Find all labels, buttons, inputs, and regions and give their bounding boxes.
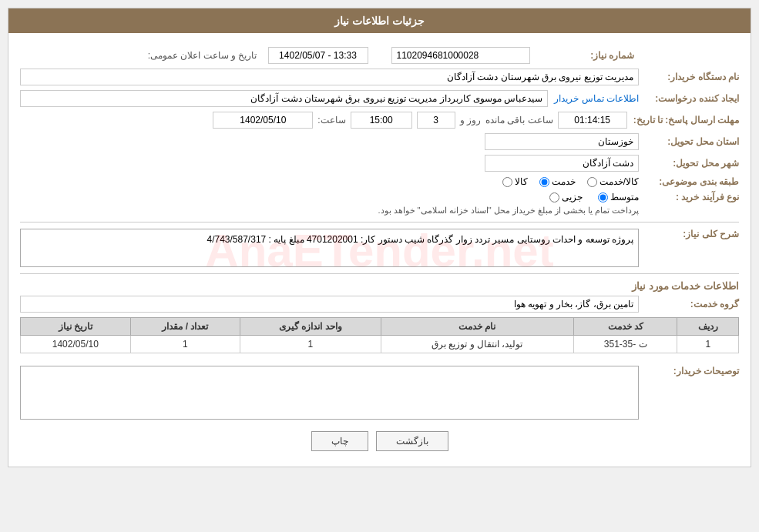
- category-radio-group: کالا/خدمت خدمت کالا: [502, 176, 639, 187]
- col-row: ردیف: [677, 318, 739, 336]
- city-value: دشت آزادگان: [485, 155, 639, 172]
- purchase-type-label-partial: جزیی: [562, 192, 583, 202]
- remaining-label: ساعت باقی مانده: [485, 115, 553, 125]
- category-option-service[interactable]: خدمت: [539, 176, 576, 187]
- need-number-label: شماره نیاز:: [535, 50, 635, 61]
- contact-link[interactable]: اطلاعات تماس خریدار: [554, 93, 639, 104]
- purchase-note: پرداخت تمام یا بخشی از مبلغ خریداز محل "…: [20, 206, 639, 216]
- buyer-desc-value: [20, 366, 639, 420]
- cell-row: 1: [677, 336, 739, 353]
- services-table: ردیف کد خدمت نام خدمت واحد اندازه گیری ت…: [20, 317, 739, 353]
- purchase-type-radio-medium[interactable]: [598, 192, 608, 202]
- buttons-row: بازگشت چاپ: [20, 431, 739, 451]
- creator-label: ایجاد کننده درخواست:: [639, 93, 739, 104]
- need-number-value: 1102094681000028: [391, 47, 530, 64]
- services-section-title: اطلاعات خدمات مورد نیاز: [20, 280, 739, 292]
- table-row: 1ت -35-351تولید، انتقال و توزیع برق11140…: [21, 336, 739, 353]
- purchase-type-option-medium[interactable]: متوسط: [598, 192, 639, 202]
- category-option-goods-service[interactable]: کالا/خدمت: [587, 176, 639, 187]
- purchase-type-option-partial[interactable]: جزیی: [549, 192, 583, 202]
- cell-name: تولید، انتقال و توزیع برق: [381, 336, 573, 353]
- cell-quantity: 1: [130, 336, 240, 353]
- general-desc-label: شرح کلی نیاز:: [639, 229, 739, 239]
- purchase-type-label-medium: متوسط: [610, 192, 639, 202]
- back-button[interactable]: بازگشت: [376, 431, 448, 451]
- col-code: کد خدمت: [573, 318, 677, 336]
- category-radio-goods-service[interactable]: [587, 177, 597, 187]
- category-option-goods[interactable]: کالا: [502, 176, 528, 187]
- category-label-goods: کالا: [515, 176, 528, 187]
- service-group-value: تامین برق، گاز، بخار و تهویه هوا: [20, 296, 639, 313]
- cell-unit: 1: [240, 336, 381, 353]
- response-time-value: 15:00: [351, 112, 412, 129]
- cell-date: 1402/05/10: [21, 336, 131, 353]
- response-days-value: 3: [417, 112, 455, 129]
- province-label: استان محل تحویل:: [639, 136, 739, 147]
- purchase-type-label: نوع فرآیند خرید :: [639, 192, 739, 202]
- response-time-label: ساعت:: [317, 115, 345, 125]
- cell-code: ت -35-351: [573, 336, 677, 353]
- col-quantity: تعداد / مقدار: [130, 318, 240, 336]
- purchase-type-radio-partial[interactable]: [549, 192, 559, 202]
- category-label-service: خدمت: [552, 176, 576, 187]
- creator-value: سیدعباس موسوی کاربرداز مدیریت توزیع نیرو…: [20, 90, 548, 107]
- remaining-value: 01:14:15: [558, 112, 627, 129]
- print-button[interactable]: چاپ: [311, 431, 368, 451]
- category-label: طبقه بندی موضوعی:: [639, 176, 739, 187]
- response-days-label: روز و: [460, 115, 481, 125]
- buyer-desc-label: توصیحات خریدار:: [639, 363, 739, 376]
- announce-date-label: تاریخ و ساعت اعلان عمومی:: [148, 50, 257, 61]
- col-name: نام خدمت: [381, 318, 573, 336]
- province-value: خوزستان: [485, 133, 639, 150]
- general-desc-value: پروژه توسعه و احدات روستایی مسیر تردد زو…: [20, 229, 639, 267]
- response-date-value: 1402/05/10: [213, 112, 313, 129]
- response-deadline-label: مهلت ارسال پاسخ: تا تاریخ:: [627, 115, 739, 125]
- col-date: تاریخ نیاز: [21, 318, 131, 336]
- page-title: جزئیات اطلاعات نیاز: [8, 8, 751, 33]
- service-group-label: گروه خدمت:: [639, 299, 739, 309]
- announce-date-value: 1402/05/07 - 13:33: [268, 47, 368, 64]
- purchase-type-radio-group: متوسط جزیی: [20, 192, 639, 202]
- col-unit: واحد اندازه گیری: [240, 318, 381, 336]
- category-radio-goods[interactable]: [502, 177, 512, 187]
- buyer-name-label: نام دستگاه خریدار:: [639, 72, 739, 82]
- buyer-name-value: مدیریت توزیع نیروی برق شهرستان دشت آزادگ…: [20, 69, 639, 85]
- category-label-goods-service: کالا/خدمت: [599, 176, 639, 187]
- city-label: شهر محل تحویل:: [639, 158, 739, 169]
- category-radio-service[interactable]: [539, 177, 549, 187]
